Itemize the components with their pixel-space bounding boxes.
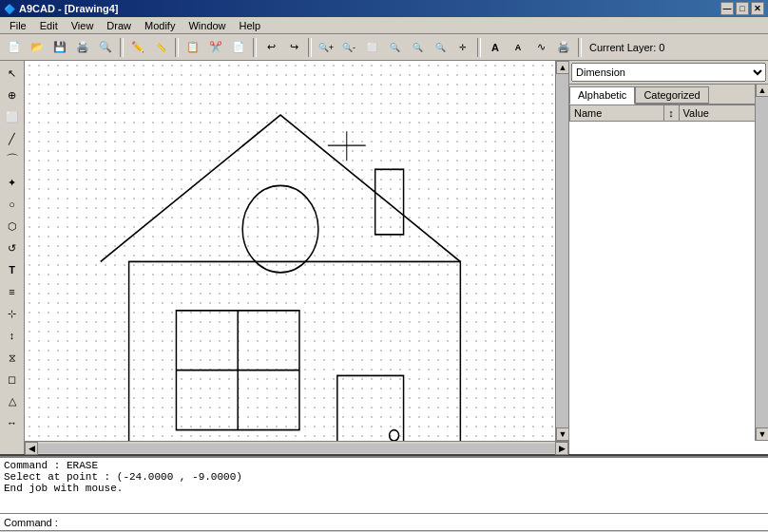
col-name: Name	[570, 105, 664, 122]
title-bar-left: 🔷 A9CAD - [Drawing4]	[4, 3, 119, 14]
toolbar-zoom-window[interactable]: ⬜	[361, 37, 382, 58]
command-line-1: Command : ERASE	[4, 460, 764, 471]
maximize-button[interactable]: □	[736, 2, 749, 15]
title-bar-controls: — □ ✕	[720, 2, 764, 15]
menu-help[interactable]: Help	[234, 19, 267, 32]
panel-scroll-up[interactable]: ▲	[756, 84, 768, 97]
toolbar-separator-6	[578, 38, 582, 57]
panel-scroll-track[interactable]	[756, 97, 768, 428]
toolbar-text[interactable]: A	[485, 37, 506, 58]
tool-line[interactable]: ╱	[2, 128, 23, 149]
toolbar-wave[interactable]: ∿	[530, 37, 551, 58]
toolbar-separator-3	[253, 38, 257, 57]
canvas-scroll-down[interactable]: ▼	[556, 428, 569, 441]
tool-triangle[interactable]: △	[2, 390, 23, 411]
canvas-scroll-track-v[interactable]	[556, 74, 568, 428]
tool-text[interactable]: T	[2, 259, 23, 280]
current-layer-label: Current Layer: 0	[589, 42, 664, 53]
svg-rect-6	[337, 375, 404, 441]
toolbar-pencil[interactable]: ✏️	[127, 37, 148, 58]
command-output: Command : ERASE Select at point : (-24.0…	[0, 456, 768, 513]
toolbar-zoom-out[interactable]: 🔍-	[338, 37, 359, 58]
drawing-svg[interactable]	[25, 61, 555, 441]
app-icon: 🔷	[4, 4, 15, 14]
tool-arc[interactable]: ⌒	[2, 150, 23, 171]
panel-scroll-down[interactable]: ▼	[756, 428, 768, 441]
tool-snap[interactable]: ✦	[2, 172, 23, 193]
toolbar-paste[interactable]: 📄	[228, 37, 249, 58]
canvas-scroll-right[interactable]: ▶	[555, 442, 568, 455]
right-panel: Dimension Alphabetic Categorized Name ↕ …	[568, 61, 768, 454]
command-line-2: Select at point : (-24.0000 , -9.0000)	[4, 471, 764, 483]
tool-circle[interactable]: ○	[2, 194, 23, 215]
svg-point-7	[390, 430, 399, 441]
toolbar-text2[interactable]: A	[508, 37, 528, 58]
tool-hatch[interactable]: ≡	[2, 281, 23, 302]
command-input[interactable]	[62, 517, 764, 528]
title-bar: 🔷 A9CAD - [Drawing4] — □ ✕	[0, 0, 768, 17]
tab-alphabetic[interactable]: Alphabetic	[569, 86, 635, 104]
properties-table: Name ↕ Value	[569, 104, 768, 122]
tool-dim[interactable]: ⊹	[2, 303, 23, 324]
tool-select[interactable]: ↖	[2, 63, 23, 84]
canvas-scroll-left[interactable]: ◀	[25, 442, 38, 455]
svg-rect-1	[375, 169, 404, 235]
toolbar-separator-5	[477, 38, 481, 57]
tool-trim[interactable]: ⧖	[2, 347, 23, 368]
tool-rotate[interactable]: ↺	[2, 238, 23, 258]
menu-edit[interactable]: Edit	[34, 19, 64, 32]
toolbar-print2[interactable]: 🖨️	[553, 37, 574, 58]
main-toolbar: 📄 📂 💾 🖨️ 🔍 ✏️ 📏 📋 ✂️ 📄 ↩ ↪ 🔍+ 🔍- ⬜ 🔍 🔍 🔍…	[0, 34, 768, 61]
toolbar-save[interactable]: 💾	[49, 37, 70, 58]
command-section: Command : ERASE Select at point : (-24.0…	[0, 454, 768, 530]
menu-file[interactable]: File	[4, 19, 32, 32]
tool-rect[interactable]: ⬜	[2, 106, 23, 127]
tab-categorized[interactable]: Categorized	[635, 86, 708, 104]
toolbar-separator-2	[175, 38, 179, 57]
right-panel-header: Dimension	[569, 61, 768, 85]
svg-rect-0	[129, 261, 461, 441]
command-input-row: Command :	[0, 513, 768, 530]
canvas-area-container: ▲ ▼ ◀ ▶	[25, 61, 568, 454]
canvas-scroll-up[interactable]: ▲	[556, 61, 569, 74]
toolbar-print[interactable]: 🖨️	[72, 37, 93, 58]
panel-content: Name ↕ Value	[569, 104, 768, 454]
close-button[interactable]: ✕	[751, 2, 764, 15]
toolbar-zoom-prev[interactable]: 🔍	[430, 37, 451, 58]
menu-view[interactable]: View	[66, 19, 100, 32]
tool-stretch[interactable]: ↕	[2, 325, 23, 346]
toolbar-zoom-in[interactable]: 🔍+	[316, 37, 336, 58]
toolbar-preview[interactable]: 🔍	[95, 37, 116, 58]
col-sort-icon[interactable]: ↕	[663, 105, 679, 122]
svg-point-2	[242, 185, 318, 272]
tool-move[interactable]: ⊕	[2, 85, 23, 105]
canvas-horizontal-scrollbar[interactable]: ◀ ▶	[25, 441, 568, 454]
menu-draw[interactable]: Draw	[101, 19, 137, 32]
toolbar-zoom-all[interactable]: 🔍	[384, 37, 405, 58]
canvas-vertical-scrollbar[interactable]: ▲ ▼	[555, 61, 568, 441]
toolbar-separator-4	[308, 38, 312, 57]
drawing-canvas[interactable]	[25, 61, 555, 441]
tool-mirror[interactable]: ↔	[2, 412, 23, 433]
canvas-scroll-track-h[interactable]	[38, 444, 555, 453]
toolbar-redo[interactable]: ↪	[283, 37, 304, 58]
toolbar-undo[interactable]: ↩	[260, 37, 281, 58]
main-area: ↖ ⊕ ⬜ ╱ ⌒ ✦ ○ ⬡ ↺ T ≡ ⊹ ↕ ⧖ ◻ △ ↔	[0, 61, 768, 454]
menu-window[interactable]: Window	[182, 19, 231, 32]
canvas-row: ▲ ▼	[25, 61, 568, 441]
toolbar-copy[interactable]: 📋	[182, 37, 203, 58]
minimize-button[interactable]: —	[720, 2, 734, 15]
tool-erase[interactable]: ◻	[2, 369, 23, 390]
menu-modify[interactable]: Modify	[139, 19, 181, 32]
toolbar-zoom-fit[interactable]: 🔍	[407, 37, 428, 58]
toolbar-ruler[interactable]: 📏	[150, 37, 171, 58]
toolbar-separator-1	[120, 38, 124, 57]
toolbar-open[interactable]: 📂	[27, 37, 48, 58]
toolbar-zoom-pan[interactable]: ✛	[452, 37, 473, 58]
panel-tabs: Alphabetic Categorized	[569, 85, 768, 104]
toolbar-new[interactable]: 📄	[4, 37, 25, 58]
command-prompt: Command :	[4, 517, 58, 528]
tool-poly[interactable]: ⬡	[2, 216, 23, 237]
dimension-dropdown[interactable]: Dimension	[571, 63, 766, 82]
toolbar-cut[interactable]: ✂️	[205, 37, 226, 58]
